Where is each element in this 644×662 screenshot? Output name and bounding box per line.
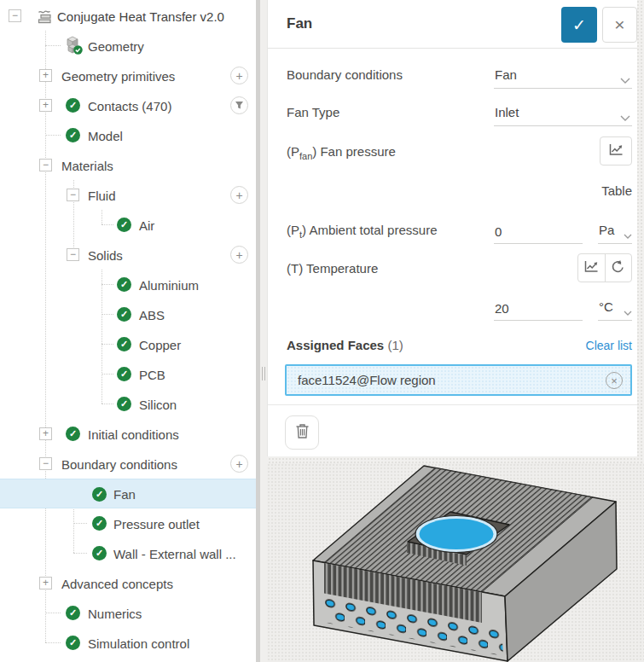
tree-item-label: Fluid	[88, 188, 116, 202]
expand-icon[interactable]: +	[39, 99, 52, 112]
close-button[interactable]: ×	[602, 7, 637, 43]
tree-item-aluminium[interactable]: ✓ Aluminium	[0, 270, 256, 299]
temperature-unit-select[interactable]: °C	[598, 297, 632, 321]
panel-header: Fan ✓ ×	[268, 0, 637, 49]
tree-item-label: Boundary conditions	[61, 456, 177, 471]
undo-icon	[611, 259, 625, 277]
tree-item-geometry-primitives[interactable]: + Geometry primitives +	[0, 61, 256, 90]
tree-item-pressure-outlet[interactable]: ✓ Pressure outlet	[0, 508, 256, 538]
tree-item-boundary-conditions[interactable]: − Boundary conditions +	[0, 449, 256, 479]
tree-item-initial-conditions[interactable]: + ✓ Initial conditions	[0, 419, 256, 449]
collapse-icon[interactable]: −	[39, 159, 52, 171]
add-boundary-condition-button[interactable]: +	[230, 455, 248, 473]
tree-item-label: Materials	[61, 158, 113, 172]
tree-item-contacts[interactable]: + ✓ Contacts (470)	[0, 90, 256, 120]
tree-item-label: Advanced concepts	[61, 576, 173, 590]
assigned-faces-heading: Assigned Faces (1)	[287, 338, 403, 352]
chevron-down-icon	[620, 73, 630, 87]
tree-item-air[interactable]: ✓ Air	[0, 210, 256, 240]
delete-button[interactable]	[285, 415, 319, 450]
collapse-icon[interactable]: −	[9, 9, 21, 22]
fan-pressure-chart-button[interactable]	[600, 136, 632, 166]
chevron-down-icon	[624, 228, 632, 242]
status-check-icon: ✓	[92, 516, 107, 531]
temperature-input[interactable]	[494, 297, 583, 321]
status-check-icon: ✓	[66, 427, 80, 441]
simscale-workbench: − Conjugate Heat Transfer v2.0	[0, 0, 644, 662]
status-check-icon: ✓	[92, 546, 107, 560]
assigned-face-chip[interactable]: face11524@Flow region ×	[285, 364, 632, 396]
status-check-icon: ✓	[117, 337, 131, 351]
tree-item-label: PCB	[139, 367, 165, 381]
table-value-label: Table	[494, 183, 632, 198]
status-check-icon: ✓	[117, 218, 131, 232]
expand-icon[interactable]: +	[39, 427, 52, 440]
tree-item-label: ABS	[139, 307, 165, 322]
tree-item-abs[interactable]: ✓ ABS	[0, 299, 256, 329]
temperature-button-group	[577, 253, 632, 282]
collapse-icon[interactable]: −	[39, 457, 52, 470]
chevron-down-icon	[620, 110, 630, 125]
tree-item-fluid[interactable]: − Fluid +	[0, 180, 256, 210]
ambient-pressure-unit-select[interactable]: Pa	[598, 220, 632, 244]
status-check-icon: ✓	[66, 128, 80, 142]
trash-icon	[295, 423, 310, 443]
tree-item-numerics[interactable]: ✓ Numerics	[0, 598, 256, 628]
tree-item-solids[interactable]: − Solids +	[0, 240, 256, 270]
tree-item-label: Copper	[139, 337, 181, 351]
tree-item-silicon[interactable]: ✓ Silicon	[0, 389, 256, 419]
viewport-3d[interactable]	[267, 463, 644, 662]
splitter-grip-icon	[262, 367, 265, 380]
tree-item-pcb[interactable]: ✓ PCB	[0, 359, 256, 389]
tree-item-label: Geometry	[88, 38, 144, 53]
ambient-pressure-input[interactable]	[494, 220, 583, 244]
heatsink-model	[267, 463, 644, 662]
collapse-icon[interactable]: −	[67, 248, 79, 261]
clear-list-link[interactable]: Clear list	[564, 339, 632, 352]
tree-item-label: Solids	[88, 247, 123, 262]
remove-face-button[interactable]: ×	[606, 372, 623, 389]
status-check-icon: ✓	[66, 636, 80, 650]
section-divider	[268, 404, 637, 405]
collapse-icon[interactable]: −	[67, 189, 79, 201]
expand-icon[interactable]: +	[39, 69, 52, 82]
tree-item-fan[interactable]: ✓ Fan	[0, 479, 256, 508]
ambient-pressure-label: (Pt) Ambient total pressure	[287, 223, 437, 240]
panel-title: Fan	[287, 15, 312, 32]
apply-button[interactable]: ✓	[561, 7, 597, 43]
tree-item-project-root[interactable]: − Conjugate Heat Transfer v2.0	[0, 1, 256, 31]
expand-icon[interactable]: +	[39, 577, 52, 589]
geometry-icon	[64, 36, 84, 59]
simulation-icon	[37, 9, 55, 27]
status-check-icon: ✓	[117, 307, 131, 322]
tree-item-model[interactable]: ✓ Model	[0, 120, 256, 150]
boundary-conditions-select[interactable]: Fan	[494, 66, 632, 89]
tree-item-materials[interactable]: − Materials	[0, 150, 256, 180]
tree-item-label: Geometry primitives	[61, 68, 175, 83]
tree-item-label: Pressure outlet	[113, 516, 200, 531]
add-fluid-button[interactable]: +	[230, 186, 248, 204]
temperature-reset-button[interactable]	[605, 254, 632, 282]
status-check-icon: ✓	[66, 606, 80, 620]
right-panel-area: Fan ✓ × Boundary conditions Fan Fan Type…	[268, 0, 644, 662]
tree-item-advanced-concepts[interactable]: + Advanced concepts	[0, 568, 256, 598]
tree-item-wall-external[interactable]: ✓ Wall - External wall ...	[0, 538, 256, 568]
filter-contacts-button[interactable]	[230, 96, 248, 114]
tree-item-label: Wall - External wall ...	[113, 546, 236, 560]
tree-item-label: Model	[88, 128, 123, 142]
fan-type-label: Fan Type	[287, 105, 339, 119]
temperature-chart-button[interactable]	[578, 254, 605, 282]
add-solid-button[interactable]: +	[230, 246, 248, 264]
status-check-icon: ✓	[117, 277, 131, 292]
temperature-label: (T) Temperature	[287, 261, 378, 276]
tree-item-geometry[interactable]: Geometry	[0, 31, 256, 61]
status-check-icon: ✓	[66, 98, 80, 113]
tree-item-simulation-control[interactable]: ✓ Simulation control	[0, 628, 256, 658]
fan-settings-panel: Fan ✓ × Boundary conditions Fan Fan Type…	[267, 0, 637, 456]
tree-item-label: Air	[139, 218, 154, 232]
tree-item-label: Aluminium	[139, 277, 199, 292]
tree-item-label: Numerics	[88, 606, 142, 620]
fan-type-select[interactable]: Inlet	[494, 103, 632, 126]
tree-item-copper[interactable]: ✓ Copper	[0, 329, 256, 359]
add-primitive-button[interactable]: +	[230, 67, 248, 84]
